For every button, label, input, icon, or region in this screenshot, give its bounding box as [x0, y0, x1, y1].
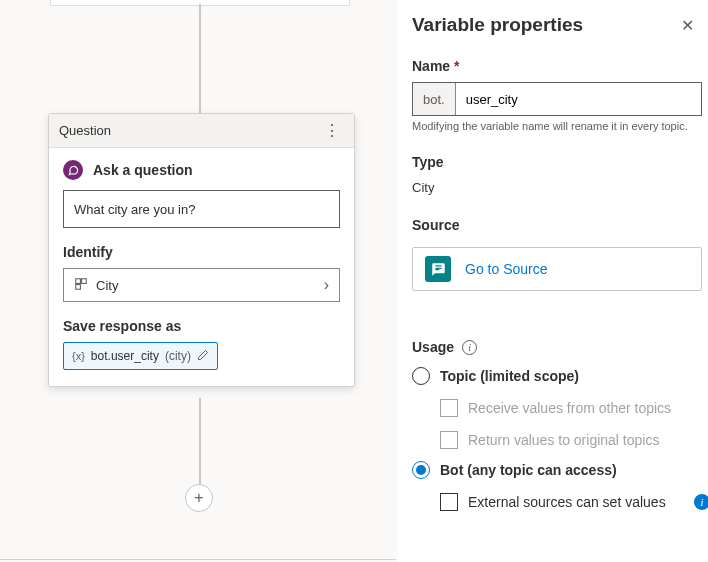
edit-pencil-icon[interactable]: [197, 349, 209, 364]
question-text-value: What city are you in?: [74, 202, 195, 217]
external-sources-label: External sources can set values: [468, 494, 666, 510]
usage-option-topic[interactable]: Topic (limited scope): [412, 367, 708, 385]
variable-type: (city): [165, 349, 191, 363]
canvas-baseline: [0, 559, 396, 560]
chat-bubble-icon: [63, 160, 83, 180]
go-to-source-button[interactable]: Go to Source: [412, 247, 702, 291]
return-values-checkbox: Return values to original topics: [440, 431, 708, 449]
plus-icon: +: [194, 489, 203, 507]
chevron-right-icon: ›: [324, 276, 329, 294]
authoring-canvas: Question ⋮ Ask a question What city are …: [0, 0, 398, 562]
name-input-group: bot.: [412, 82, 702, 116]
identify-dropdown[interactable]: City ›: [63, 268, 340, 302]
name-prefix: bot.: [413, 83, 456, 115]
usage-info-icon[interactable]: i: [462, 340, 477, 355]
return-values-label: Return values to original topics: [468, 432, 659, 448]
question-node-card[interactable]: Question ⋮ Ask a question What city are …: [48, 113, 355, 387]
add-node-button[interactable]: +: [185, 484, 213, 512]
go-to-source-link: Go to Source: [465, 261, 548, 277]
checkbox-unchecked-icon: [440, 431, 458, 449]
usage-option-bot[interactable]: Bot (any topic can access): [412, 461, 708, 479]
source-label: Source: [412, 217, 708, 233]
save-response-label: Save response as: [63, 318, 340, 334]
identify-value: City: [96, 278, 118, 293]
source-chat-icon: [425, 256, 451, 282]
card-overflow-menu[interactable]: ⋮: [320, 121, 344, 140]
checkbox-unchecked-icon: [440, 493, 458, 511]
panel-title: Variable properties: [412, 14, 583, 36]
ask-question-label: Ask a question: [93, 162, 193, 178]
name-hint-text: Modifying the variable name will rename …: [412, 120, 702, 132]
name-label-text: Name: [412, 58, 450, 74]
checkbox-unchecked-icon: [440, 399, 458, 417]
usage-label: Usage: [412, 339, 454, 355]
card-header: Question ⋮: [49, 114, 354, 148]
usage-topic-label: Topic (limited scope): [440, 368, 579, 384]
name-field-label: Name *: [412, 58, 708, 74]
svg-rect-1: [82, 278, 87, 283]
external-sources-checkbox[interactable]: External sources can set values: [440, 493, 666, 511]
type-value: City: [412, 180, 708, 195]
required-asterisk: *: [454, 58, 459, 74]
svg-rect-2: [76, 284, 81, 289]
radio-checked-icon: [412, 461, 430, 479]
card-header-title: Question: [59, 123, 111, 138]
question-text-input[interactable]: What city are you in?: [63, 190, 340, 228]
svg-rect-0: [76, 278, 81, 283]
external-info-icon[interactable]: i: [694, 494, 708, 510]
variable-icon: {x}: [72, 350, 85, 362]
variable-chip[interactable]: {x} bot.user_city (city): [63, 342, 218, 370]
variable-name-input[interactable]: [456, 83, 701, 115]
variable-properties-panel: Variable properties ✕ Name * bot. Modify…: [398, 0, 708, 562]
usage-bot-label: Bot (any topic can access): [440, 462, 617, 478]
receive-values-label: Receive values from other topics: [468, 400, 671, 416]
receive-values-checkbox: Receive values from other topics: [440, 399, 708, 417]
connector-line: [199, 4, 201, 114]
close-panel-button[interactable]: ✕: [681, 16, 694, 35]
entity-icon: [74, 277, 88, 294]
type-label: Type: [412, 154, 708, 170]
identify-label: Identify: [63, 244, 340, 260]
radio-unchecked-icon: [412, 367, 430, 385]
card-body: Ask a question What city are you in? Ide…: [49, 148, 354, 386]
variable-name: bot.user_city: [91, 349, 159, 363]
connector-line-bottom: [199, 398, 201, 488]
